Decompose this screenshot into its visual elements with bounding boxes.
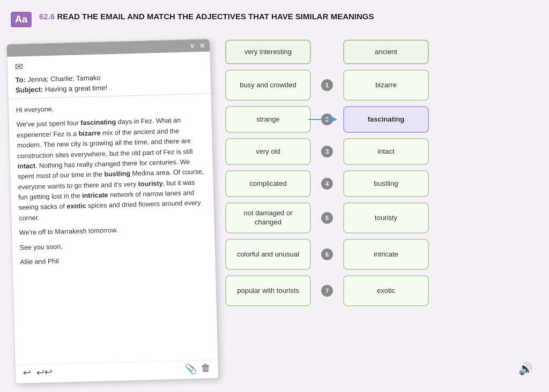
email-attachment-icons: 📎 🗑 <box>184 362 211 374</box>
mid-num-2: 2 <box>311 114 343 125</box>
close-button[interactable]: ✕ <box>199 41 205 49</box>
email-actions: ↩ ↩↩ <box>23 366 53 379</box>
email-body: Hi everyone, We've just spent four fasci… <box>8 94 218 365</box>
left-box-2: strange <box>225 106 311 133</box>
number-circle-4: 4 <box>321 178 333 190</box>
match-row-6: colorful and unusual 6 intricate <box>225 239 538 270</box>
minimize-button[interactable]: ∨ <box>190 42 195 50</box>
aa-badge: Aa <box>11 12 32 27</box>
email-paragraph: We've just spent four fascinating days i… <box>16 115 206 224</box>
left-box-7: popular with tourists <box>225 275 311 306</box>
match-row-1: busy and crowded 1 bizarre <box>225 70 538 101</box>
mid-num-1: 1 <box>311 79 343 91</box>
right-box-3: intact <box>343 138 429 165</box>
content-area: ∨ ✕ ✉ To: Jenna; Charlie; Tamako Subject… <box>11 37 538 381</box>
number-circle-7: 7 <box>321 285 333 297</box>
email-header: ✉ To: Jenna; Charlie; Tamako Subject: Ha… <box>7 51 211 99</box>
right-box-4: bustling <box>343 170 429 197</box>
sound-icon[interactable]: 🔊 <box>518 362 533 376</box>
left-box-1: busy and crowded <box>225 70 311 101</box>
left-box-5: not damaged or changed <box>225 202 311 233</box>
email-signature: Allie and Phil <box>20 252 207 268</box>
reply-all-button[interactable]: ↩↩ <box>36 366 53 379</box>
left-box-4: complicated <box>225 170 311 197</box>
header: Aa 62.6 READ THE EMAIL AND MATCH THE ADJ… <box>11 11 538 27</box>
mid-num-5: 5 <box>311 212 343 224</box>
right-box-5: touristy <box>343 202 429 233</box>
match-row-3: very old 3 intact <box>225 138 538 165</box>
mid-num-7: 7 <box>311 285 343 297</box>
right-box-6: intricate <box>343 239 429 270</box>
mid-num-3: 3 <box>311 146 343 157</box>
header-text: 62.6 READ THE EMAIL AND MATCH THE ADJECT… <box>39 11 374 22</box>
mid-num-4: 4 <box>311 178 343 190</box>
number-circle-5: 5 <box>321 212 333 224</box>
reply-button[interactable]: ↩ <box>23 367 32 379</box>
email-sign-off: See you soon, <box>19 238 207 253</box>
left-box-3: very old <box>225 138 311 165</box>
left-box-6: colorful and unusual <box>225 239 311 270</box>
email-panel: ∨ ✕ ✉ To: Jenna; Charlie; Tamako Subject… <box>6 39 219 384</box>
matching-panel: very interesting ancient busy and crowde… <box>225 37 538 381</box>
match-row-2: strange 2 fascinating <box>225 106 538 133</box>
right-box-2: fascinating <box>343 106 429 133</box>
match-row-7: popular with tourists 7 exotic <box>225 275 538 306</box>
email-greeting: Hi everyone, <box>16 100 204 116</box>
match-row-5: not damaged or changed 5 touristy <box>225 202 538 233</box>
exercise-number: 62.6 <box>39 12 55 21</box>
number-circle-3: 3 <box>321 146 333 157</box>
right-box-top: ancient <box>343 40 429 64</box>
right-box-7: exotic <box>343 275 429 306</box>
main-container: Aa 62.6 READ THE EMAIL AND MATCH THE ADJ… <box>0 0 549 392</box>
envelope-icon: ✉ <box>15 56 203 73</box>
number-circle-6: 6 <box>321 248 333 260</box>
number-circle-2: 2 <box>321 114 333 125</box>
number-circle-1: 1 <box>321 79 333 91</box>
match-row-4: complicated 4 bustling <box>225 170 538 197</box>
right-box-1: bizarre <box>343 70 429 101</box>
header-title: READ THE EMAIL AND MATCH THE ADJECTIVES … <box>57 12 374 21</box>
left-box-top: very interesting <box>225 40 311 64</box>
mid-num-6: 6 <box>311 248 343 260</box>
email-closing1: We're off to Marrakesh tomorrow. <box>19 223 207 239</box>
attachment-icon[interactable]: 📎 <box>184 363 197 375</box>
delete-icon[interactable]: 🗑 <box>201 362 211 374</box>
